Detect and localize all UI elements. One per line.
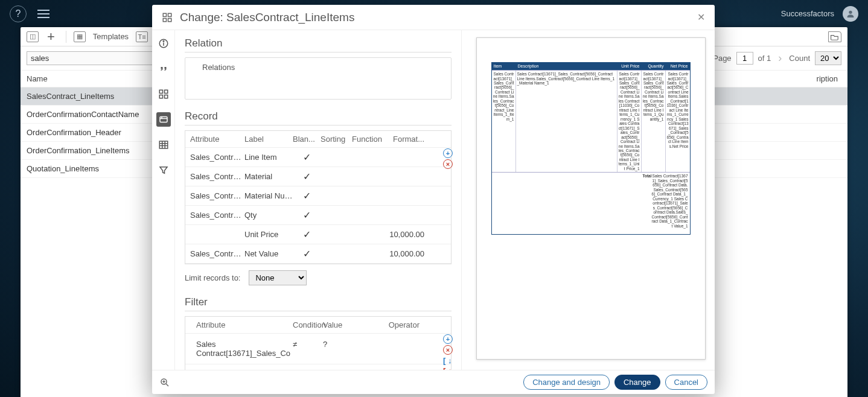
templates-icon[interactable]: ▦ (74, 31, 86, 42)
limit-label: Limit records to: (185, 273, 240, 282)
tab-data[interactable] (156, 112, 171, 127)
add-record-icon[interactable]: + (443, 148, 453, 158)
record-row[interactable]: Sales_Contract[5656Material✓ (185, 167, 451, 186)
close-icon[interactable]: ✕ (697, 11, 705, 23)
group-close-icon[interactable]: [ ↓ (443, 366, 453, 370)
svg-rect-2 (168, 13, 171, 16)
preview-area: Item Description Unit Price Quantity Net… (461, 30, 715, 370)
templates-label[interactable]: Templates (91, 32, 131, 41)
open-folder-icon[interactable] (828, 31, 841, 42)
svg-point-0 (849, 10, 852, 13)
delete-record-icon[interactable]: × (443, 159, 453, 169)
avatar[interactable] (843, 6, 858, 22)
svg-rect-11 (164, 95, 167, 98)
side-tabs (152, 30, 175, 370)
modal-header: Change: SalesContract_LineItems ✕ (152, 5, 715, 30)
svg-rect-15 (159, 141, 168, 148)
page-label: Page (713, 54, 731, 63)
relations-label: Relations (202, 63, 235, 72)
search-input[interactable] (27, 51, 153, 65)
record-table: Attribute Label Blan... Sorting Function… (185, 130, 452, 264)
record-row[interactable]: Sales_Contract[5656Net Value✓10,000.00 (185, 244, 451, 264)
svg-rect-12 (160, 117, 167, 122)
count-select[interactable]: 20 (815, 51, 841, 65)
preview-page: Item Description Unit Price Quantity Net… (476, 37, 706, 360)
svg-line-21 (166, 384, 168, 386)
record-row[interactable]: Sales_Contract[5656Qty✓ (185, 206, 451, 225)
section-relation: Relation (185, 37, 452, 52)
svg-rect-8 (159, 90, 162, 93)
zoom-icon[interactable] (159, 377, 170, 388)
limit-row: Limit records to: None (185, 270, 452, 285)
delete-filter-icon[interactable]: × (443, 345, 453, 355)
record-header: Attribute Label Blan... Sorting Function… (185, 131, 451, 148)
help-icon[interactable]: ? (10, 5, 27, 22)
tab-grid[interactable] (156, 87, 171, 101)
svg-rect-3 (163, 18, 166, 21)
toggle-icon[interactable]: ◫ (27, 31, 39, 42)
modal-footer: Change and design Change Cancel (152, 370, 715, 394)
menu-icon[interactable] (37, 10, 49, 18)
next-page-icon[interactable]: › (776, 52, 784, 65)
add-filter-icon[interactable]: + (443, 334, 453, 344)
cancel-button[interactable]: Cancel (665, 375, 707, 390)
col-name: Name (27, 74, 159, 83)
textblocks-icon[interactable]: T≡ (136, 31, 148, 42)
filter-row[interactable]: Sales Contract[13671]_Sales_Co ≠ ? (185, 334, 451, 364)
tab-info[interactable] (156, 36, 171, 51)
filter-header: Attribute Condition Value Operator (185, 317, 451, 334)
page-input[interactable] (736, 52, 753, 65)
filter-table: Attribute Condition Value Operator Sales… (185, 316, 452, 370)
svg-point-7 (163, 41, 164, 42)
section-filter: Filter (185, 296, 452, 311)
form-area: Relation Relations Record Attribute Labe… (175, 30, 461, 370)
change-and-design-button[interactable]: Change and design (523, 375, 610, 390)
tab-quote[interactable] (156, 62, 171, 76)
svg-rect-1 (163, 13, 166, 16)
count-label: Count (789, 54, 810, 63)
record-row[interactable]: Unit Price✓10,000.00 (185, 225, 451, 244)
record-row[interactable]: Sales_Contract[5656Material Number✓ (185, 186, 451, 206)
pager: ‹ Page of 1 › Count 20 (700, 51, 841, 65)
svg-rect-9 (164, 90, 167, 93)
group-open-icon[interactable]: [ ↓ (443, 356, 453, 365)
limit-select[interactable]: None (249, 270, 307, 285)
add-button[interactable]: + (43, 29, 59, 45)
brand-label: Successfactors (781, 9, 834, 18)
tab-table[interactable] (156, 138, 171, 152)
svg-point-14 (161, 118, 162, 118)
grid-icon (162, 12, 173, 23)
page-of-label: of 1 (758, 54, 771, 63)
change-modal: Change: SalesContract_LineItems ✕ Relati… (152, 5, 715, 394)
change-button[interactable]: Change (614, 375, 660, 390)
section-record: Record (185, 110, 452, 125)
tab-filter[interactable] (156, 163, 171, 177)
modal-title: Change: SalesContract_LineItems (180, 11, 354, 24)
relations-box[interactable]: Relations (185, 57, 452, 100)
svg-rect-4 (168, 18, 171, 21)
svg-rect-10 (159, 95, 162, 98)
record-row[interactable]: Sales_Contract[5656Line Item✓ (185, 148, 451, 167)
